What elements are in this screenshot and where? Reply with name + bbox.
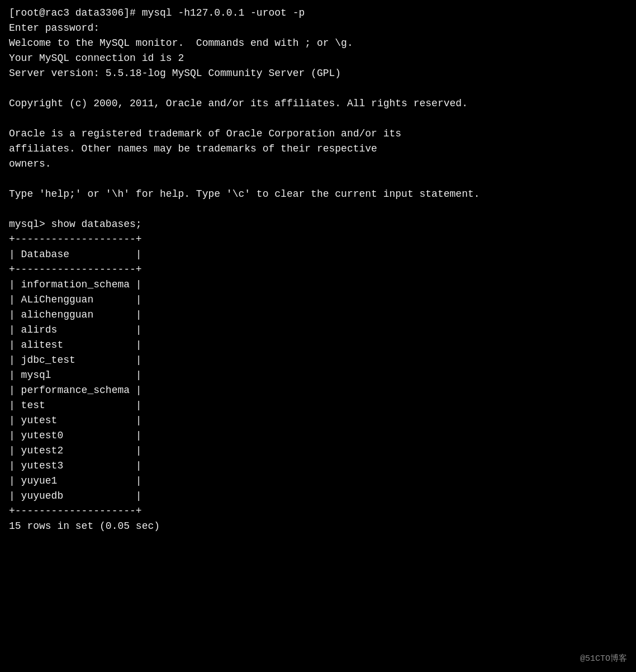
terminal-output: [root@rac3 data3306]# mysql -h127.0.0.1 … [9,6,627,534]
watermark: @51CTO博客 [580,653,627,666]
